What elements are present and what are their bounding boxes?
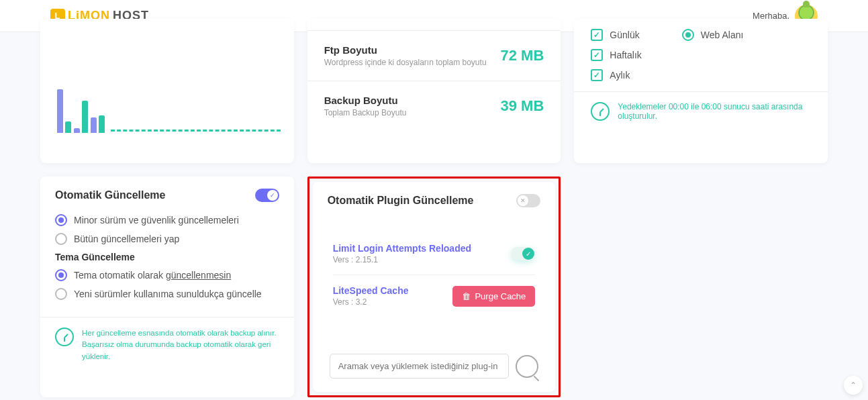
monthly-label: Aylık xyxy=(610,70,630,81)
radio-icon xyxy=(55,269,67,281)
minor-updates-radio[interactable]: Minor sürüm ve güvenlik güncellemeleri xyxy=(55,214,279,226)
weekly-label: Haftalık xyxy=(610,50,641,60)
backup-info-footer: Yedeklemeler 00:00 ile 06:00 sunucu saat… xyxy=(574,91,828,131)
theme-auto-update-radio[interactable]: Yeni sürümler kullanıma sunuldukça günce… xyxy=(55,288,279,300)
radio-icon xyxy=(55,288,67,300)
auto-update-title: Otomatik Güncelleme xyxy=(55,189,166,201)
radio-icon xyxy=(55,233,67,245)
theme-auto-update-label: Yeni sürümler kullanıma sunuldukça günce… xyxy=(74,289,262,299)
clock-icon xyxy=(55,328,74,346)
auto-update-toggle[interactable] xyxy=(255,189,279,202)
sizes-card: Ftp Boyutu Wordpress içinde ki dosyaları… xyxy=(307,19,561,163)
weekly-checkbox[interactable]: ✓ Haftalık xyxy=(591,49,641,61)
all-updates-radio[interactable]: Bütün güncellemeleri yap xyxy=(55,233,279,245)
checkbox-icon: ✓ xyxy=(591,29,603,41)
all-updates-label: Bütün güncellemeleri yap xyxy=(74,234,179,244)
clock-icon xyxy=(591,102,610,121)
checkbox-icon: ✓ xyxy=(591,69,603,81)
usage-chart-card xyxy=(40,19,294,163)
monthly-checkbox[interactable]: ✓ Aylık xyxy=(591,69,641,81)
auto-update-card: Otomatik Güncelleme Minor sürüm ve güven… xyxy=(40,177,294,397)
ftp-size-value: 72 MB xyxy=(501,47,544,64)
plugin-name[interactable]: Limit Login Attempts Reloaded xyxy=(333,243,471,254)
chart-bar xyxy=(57,89,63,133)
backup-info-text: Yedeklemeler 00:00 ile 06:00 sunucu saat… xyxy=(618,102,811,121)
backup-size-sub: Toplam Backup Boyutu xyxy=(324,108,407,117)
radio-icon xyxy=(682,29,694,41)
theme-no-update-label: Tema otomatik olarak güncellenmesin xyxy=(74,270,231,281)
auto-update-info-text: Her güncelleme esnasında otomatik olarak… xyxy=(82,328,279,362)
plugin-version: Vers : 2.15.1 xyxy=(333,255,471,264)
toggle-knob-icon xyxy=(518,195,528,206)
chart-bar xyxy=(65,121,71,133)
check-icon: ✓ xyxy=(522,248,534,260)
auto-update-footer: Her güncelleme esnasında otomatik olarak… xyxy=(40,317,294,372)
trash-icon: 🗑 xyxy=(462,291,471,301)
plugin-row: Limit Login Attempts Reloaded Vers : 2.1… xyxy=(333,233,536,275)
purge-cache-label: Purge Cache xyxy=(475,291,526,301)
plugin-name[interactable]: LiteSpeed Cache xyxy=(333,285,409,296)
chart-bar xyxy=(91,117,97,133)
backup-size-title: Backup Boyutu xyxy=(324,95,407,106)
plugin-row: LiteSpeed Cache Vers : 3.2 🗑 Purge Cache xyxy=(333,275,536,317)
checkbox-icon: ✓ xyxy=(591,49,603,61)
plugin-enable-toggle[interactable]: ✓ xyxy=(511,247,535,260)
ftp-size-title: Ftp Boyutu xyxy=(324,44,487,56)
theme-no-update-radio[interactable]: Tema otomatik olarak güncellenmesin xyxy=(55,269,279,281)
backup-size-row: Backup Boyutu Toplam Backup Boyutu 39 MB xyxy=(307,81,561,131)
plugin-card-highlight: Otomatik Plugin Güncelleme Limit Login A… xyxy=(307,177,561,397)
chart-bar xyxy=(74,128,80,133)
minor-updates-label: Minor sürüm ve güvenlik güncellemeleri xyxy=(74,215,239,226)
plugin-update-toggle[interactable] xyxy=(516,194,540,207)
ftp-size-sub: Wordpress içinde ki dosyaların toplam bo… xyxy=(324,58,487,67)
chart-bar xyxy=(99,115,105,133)
toggle-knob-icon xyxy=(267,190,278,201)
plugin-update-card: Otomatik Plugin Güncelleme Limit Login A… xyxy=(313,182,556,392)
purge-cache-button[interactable]: 🗑 Purge Cache xyxy=(452,286,535,307)
web-space-label: Web Alanı xyxy=(701,30,744,40)
plugin-update-title: Otomatik Plugin Güncelleme xyxy=(328,195,474,207)
chart-baseline xyxy=(111,130,281,132)
chart-bar xyxy=(82,101,88,133)
plugin-search-input[interactable] xyxy=(330,354,510,379)
backup-size-value: 39 MB xyxy=(501,97,544,115)
web-space-radio[interactable]: Web Alanı xyxy=(682,29,744,41)
scroll-to-top-button[interactable]: ⌃ xyxy=(844,376,863,395)
theme-update-title: Tema Güncelleme xyxy=(55,252,279,262)
daily-checkbox[interactable]: ✓ Günlük xyxy=(591,29,641,41)
usage-bar-chart xyxy=(54,66,281,133)
radio-icon xyxy=(55,214,67,226)
plugin-version: Vers : 3.2 xyxy=(333,297,409,307)
search-icon[interactable] xyxy=(516,355,538,378)
ftp-size-row: Ftp Boyutu Wordpress içinde ki dosyaları… xyxy=(307,31,561,81)
backup-schedule-card: ✓ Günlük ✓ Haftalık ✓ Aylık Web Alanı xyxy=(574,19,828,163)
daily-label: Günlük xyxy=(610,30,639,40)
